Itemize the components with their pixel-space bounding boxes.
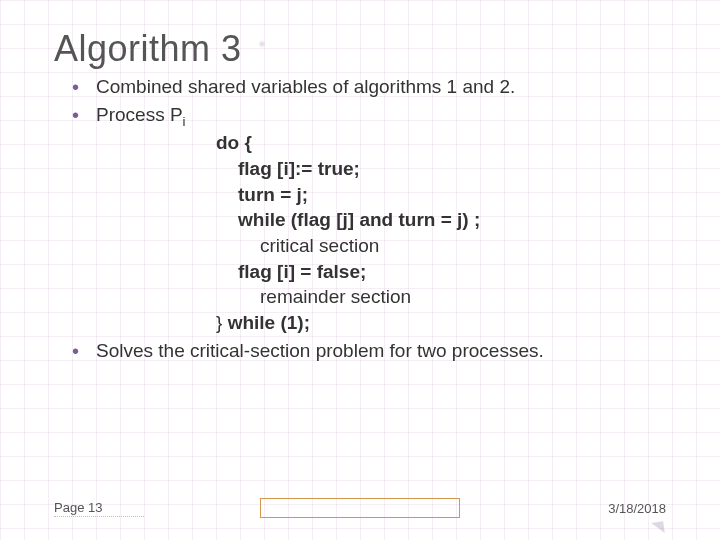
bullet-item-1: Combined shared variables of algorithms … [72, 74, 666, 100]
bullet-text-2-sub: i [183, 113, 186, 128]
bullet-text-2-prefix: Process P [96, 104, 183, 125]
code-line-1: do { [216, 130, 666, 156]
code-line-6: flag [i] = false; [216, 259, 666, 285]
slide-footer: Page 13 3/18/2018 [54, 498, 666, 518]
page-curl-icon [651, 521, 665, 535]
bullet-list: Combined shared variables of algorithms … [72, 74, 666, 363]
slide-date: 3/18/2018 [576, 501, 666, 516]
code-line-5: critical section [216, 233, 666, 259]
bullet-item-2: Process Pi do { flag [i]:= true; turn = … [72, 102, 666, 336]
slide-container: Algorithm 3 Combined shared variables of… [0, 0, 720, 540]
slide-title: Algorithm 3 [54, 28, 666, 70]
bullet-text-3: Solves the critical-section problem for … [96, 340, 544, 361]
code-line-4: while (flag [j] and turn = j) ; [216, 207, 666, 233]
code-line-3: turn = j; [216, 182, 666, 208]
bullet-text-1: Combined shared variables of algorithms … [96, 76, 515, 97]
footer-placeholder-box [260, 498, 460, 518]
bullet-item-3: Solves the critical-section problem for … [72, 338, 666, 364]
code-line-8b: while (1); [228, 312, 310, 333]
code-line-7: remainder section [216, 284, 666, 310]
code-line-8: } while (1); [216, 310, 666, 336]
footer-center [144, 498, 576, 518]
code-line-2: flag [i]:= true; [216, 156, 666, 182]
page-number: Page 13 [54, 500, 144, 517]
code-line-8a: } [216, 312, 228, 333]
code-block: do { flag [i]:= true; turn = j; while (f… [216, 130, 666, 335]
